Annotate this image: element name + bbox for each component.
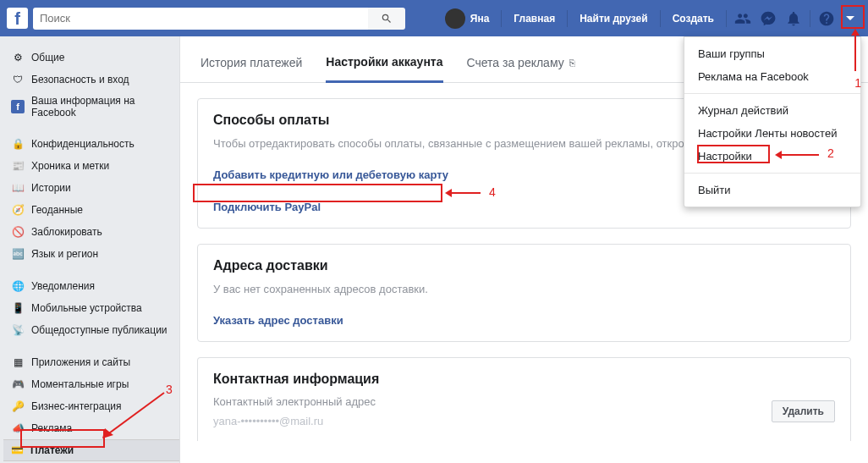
dropdown-ads[interactable]: Реклама на Facebook bbox=[684, 65, 860, 88]
sidebar-item-games[interactable]: 🎮Моментальные игры bbox=[3, 373, 179, 395]
sidebar-item-privacy[interactable]: 🔒Конфиденциальность bbox=[3, 133, 179, 155]
search-icon bbox=[381, 13, 393, 25]
sidebar-item-stories[interactable]: 📖Истории bbox=[3, 177, 179, 199]
annotation-num-4: 4 bbox=[489, 185, 496, 199]
tab-account-settings[interactable]: Настройки аккаунта bbox=[326, 55, 442, 83]
section-contact: Контактная информация Контактный электро… bbox=[197, 357, 851, 441]
sidebar-item-timeline[interactable]: 📰Хроника и метки bbox=[3, 155, 179, 177]
card-icon: 💳 bbox=[10, 444, 24, 457]
sidebar-item-blocking[interactable]: 🚫Заблокировать bbox=[3, 221, 179, 243]
topnav: Яна Главная Найти друзей Создать bbox=[437, 0, 861, 36]
divider bbox=[684, 93, 860, 94]
sidebar-item-general[interactable]: ⚙Общие bbox=[3, 47, 179, 69]
sidebar-item-your-info[interactable]: fВаша информация на Facebook bbox=[3, 91, 179, 123]
tab-label: Счета за рекламу bbox=[467, 56, 564, 69]
section-title: Контактная информация bbox=[213, 372, 835, 387]
sidebar-label: Бизнес-интеграция bbox=[31, 400, 122, 412]
sidebar-label: Хроника и метки bbox=[31, 160, 109, 172]
gear-icon: ⚙ bbox=[11, 51, 25, 64]
facebook-logo[interactable]: f bbox=[7, 8, 28, 29]
avatar bbox=[445, 8, 465, 29]
sidebar-item-ads[interactable]: 📣Реклама bbox=[3, 417, 179, 439]
gamepad-icon: 🎮 bbox=[11, 378, 25, 391]
delete-email-button[interactable]: Удалить bbox=[772, 400, 835, 422]
sidebar-label: Язык и регион bbox=[31, 248, 98, 260]
sidebar-label: Общие bbox=[31, 52, 64, 63]
messenger-icon[interactable] bbox=[755, 0, 781, 36]
block-icon: 🚫 bbox=[11, 225, 25, 239]
sidebar-label: Заблокировать bbox=[31, 226, 102, 238]
nav-find-friends[interactable]: Найти друзей bbox=[571, 0, 656, 36]
section-shipping: Адреса доставки У вас нет сохраненных ад… bbox=[197, 244, 851, 342]
divider bbox=[567, 10, 568, 27]
mobile-icon: 📱 bbox=[11, 301, 25, 315]
notifications-icon[interactable] bbox=[781, 0, 806, 36]
megaphone-icon: 📣 bbox=[11, 422, 25, 435]
topbar: f Яна Главная Найти друзей Создать bbox=[0, 0, 868, 36]
help-icon[interactable] bbox=[814, 0, 839, 36]
sidebar-item-public-posts[interactable]: 📡Общедоступные публикации bbox=[3, 319, 179, 341]
compass-icon: 🧭 bbox=[11, 203, 25, 217]
grid-icon: ▦ bbox=[11, 356, 25, 369]
key-icon: 🔑 bbox=[11, 400, 25, 413]
search-input[interactable] bbox=[33, 8, 368, 30]
divider bbox=[501, 10, 502, 27]
section-desc: У вас нет сохраненных адресов доставки. bbox=[213, 282, 835, 297]
profile-link[interactable]: Яна bbox=[437, 0, 498, 36]
fb-icon: f bbox=[11, 100, 25, 113]
friends-icon[interactable] bbox=[730, 0, 755, 36]
sidebar-label: Общедоступные публикации bbox=[31, 324, 168, 336]
add-card-link[interactable]: Добавить кредитную или дебетовую карту bbox=[213, 168, 448, 181]
sidebar-item-security[interactable]: 🛡Безопасность и вход bbox=[3, 69, 179, 91]
search-wrap bbox=[33, 8, 405, 30]
book-icon: 📖 bbox=[11, 181, 25, 195]
sidebar-item-notifications[interactable]: 🌐Уведомления bbox=[3, 275, 179, 297]
divider bbox=[684, 173, 860, 174]
annotation-num-1: 1 bbox=[854, 76, 861, 90]
dropdown-groups[interactable]: Ваши группы bbox=[684, 42, 860, 65]
section-title: Адреса доставки bbox=[213, 258, 835, 273]
nav-home[interactable]: Главная bbox=[505, 0, 563, 36]
add-address-link[interactable]: Указать адрес доставки bbox=[213, 314, 343, 327]
sidebar-label: Моментальные игры bbox=[31, 378, 129, 390]
sidebar-label: Конфиденциальность bbox=[31, 138, 135, 150]
sidebar-item-payments[interactable]: 💳Платежи bbox=[3, 439, 179, 461]
sidebar-label: Ваша информация на Facebook bbox=[31, 95, 172, 119]
dropdown-logout[interactable]: Выйти bbox=[684, 179, 860, 201]
sidebar-label: Реклама bbox=[31, 422, 72, 434]
sidebar-label: Мобильные устройства bbox=[31, 302, 142, 314]
connect-paypal-link[interactable]: Подключить PayPal bbox=[213, 201, 321, 213]
account-menu-button[interactable] bbox=[839, 8, 861, 30]
contact-label: Контактный электронный адрес bbox=[213, 395, 376, 408]
topicons bbox=[730, 0, 861, 36]
nav-create[interactable]: Создать bbox=[664, 0, 722, 36]
masked-email: yana-••••••••••@mail.ru bbox=[213, 415, 376, 427]
sidebar-item-mobile[interactable]: 📱Мобильные устройства bbox=[3, 297, 179, 319]
rss-icon: 📡 bbox=[11, 323, 25, 337]
sidebar-label: Безопасность и вход bbox=[31, 74, 129, 85]
sidebar-label: Истории bbox=[31, 182, 71, 194]
sidebar-item-language[interactable]: 🔤Язык и регион bbox=[3, 243, 179, 265]
sidebar-label: Геоданные bbox=[31, 204, 83, 216]
dropdown-activity-log[interactable]: Журнал действий bbox=[684, 99, 860, 122]
annotation-num-2: 2 bbox=[827, 146, 834, 160]
sidebar-item-location[interactable]: 🧭Геоданные bbox=[3, 199, 179, 221]
sidebar: ⚙Общие 🛡Безопасность и вход fВаша информ… bbox=[0, 36, 179, 463]
tab-history[interactable]: История платежей bbox=[201, 55, 302, 82]
divider bbox=[660, 10, 661, 27]
newspaper-icon: 📰 bbox=[11, 159, 25, 173]
divider bbox=[726, 10, 727, 27]
annotation-num-3: 3 bbox=[166, 383, 173, 396]
shield-icon: 🛡 bbox=[11, 73, 25, 86]
dropdown-feed-prefs[interactable]: Настройки Ленты новостей bbox=[684, 122, 860, 145]
search-button[interactable] bbox=[368, 8, 405, 30]
globe-icon: 🌐 bbox=[11, 279, 25, 293]
sidebar-item-apps[interactable]: ▦Приложения и сайты bbox=[3, 351, 179, 373]
account-dropdown: Ваши группы Реклама на Facebook Журнал д… bbox=[684, 36, 861, 207]
language-icon: 🔤 bbox=[11, 247, 25, 261]
sidebar-item-biz[interactable]: 🔑Бизнес-интеграция bbox=[3, 395, 179, 417]
user-name: Яна bbox=[470, 13, 490, 25]
divider bbox=[810, 10, 810, 27]
tab-billing[interactable]: Счета за рекламу ⎘ bbox=[467, 55, 575, 82]
sidebar-label: Платежи bbox=[30, 444, 74, 456]
